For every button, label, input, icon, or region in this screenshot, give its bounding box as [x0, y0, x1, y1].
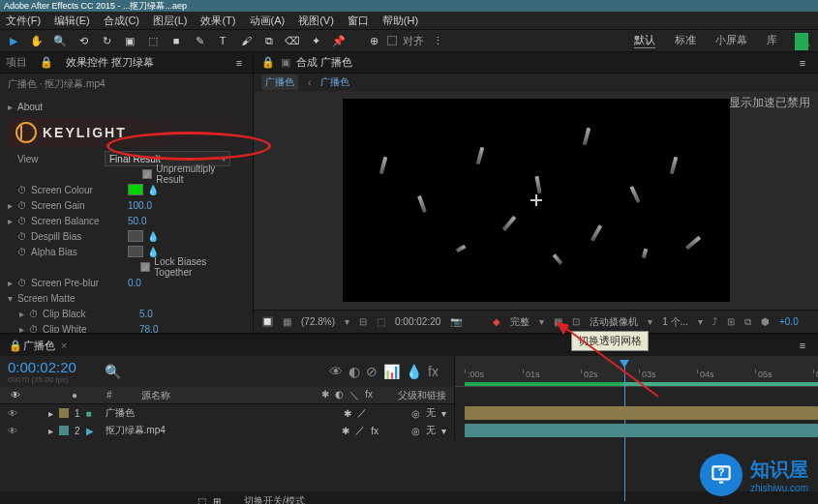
3d-icon[interactable]: ⬢: [761, 316, 770, 327]
menu-effect[interactable]: 效果(T): [200, 14, 235, 28]
layer-row[interactable]: 👁 ▸ 2 ▶ 抠刀绿幕.mp4 ✱／fx ◎ 无 ▾: [0, 422, 818, 439]
workspace-library[interactable]: 库: [767, 33, 777, 48]
eyedropper-icon[interactable]: 💧: [147, 231, 161, 242]
motion-blur-icon[interactable]: ⊘: [366, 364, 378, 379]
stopwatch-icon[interactable]: ⏱: [17, 200, 29, 211]
composition-viewer[interactable]: 显示加速已禁用: [254, 91, 818, 310]
panel-menu-icon[interactable]: ≡: [795, 338, 810, 353]
timeline-icon[interactable]: ⧉: [744, 316, 751, 328]
screen-preblur-value[interactable]: 0.0: [128, 278, 141, 288]
tab-effect-controls[interactable]: 效果控件 抠刀绿幕: [66, 55, 154, 70]
blur-icon[interactable]: 💧: [406, 364, 422, 379]
channel-icon[interactable]: ◆: [493, 316, 500, 327]
roto-tool-icon[interactable]: ✦: [308, 33, 323, 48]
eyedropper-icon[interactable]: 💧: [147, 185, 161, 195]
eye-icon[interactable]: 👁: [8, 426, 17, 436]
quality-dropdown[interactable]: 完整: [510, 315, 530, 329]
workspace-default[interactable]: 默认: [634, 33, 655, 48]
magnify-icon[interactable]: 🔲: [261, 316, 273, 327]
current-time[interactable]: 0:00:02:20: [8, 359, 76, 375]
clip-black-value[interactable]: 5.0: [139, 309, 153, 319]
rotation-tool-icon[interactable]: ↻: [99, 33, 114, 48]
hand-tool-icon[interactable]: ✋: [29, 33, 45, 48]
snap-checkbox[interactable]: [387, 36, 397, 45]
panel-menu-icon[interactable]: ≡: [795, 55, 810, 71]
lock-icon[interactable]: 🔒: [261, 56, 275, 69]
layer-clip[interactable]: [465, 424, 818, 437]
lock-icon[interactable]: 🔒: [8, 338, 23, 353]
snapshot-icon[interactable]: 📷: [450, 316, 462, 327]
screen-gain-value[interactable]: 100.0: [128, 200, 152, 211]
mask-toggle-icon[interactable]: ⬚: [377, 316, 385, 327]
zoom-tool-icon[interactable]: 🔍: [52, 33, 68, 48]
selection-tool-icon[interactable]: ▶: [6, 33, 21, 48]
toggle-switches-icon[interactable]: ⬚: [194, 493, 209, 504]
menu-window[interactable]: 窗口: [348, 14, 369, 28]
comp-nav-item[interactable]: 广播色: [320, 75, 349, 89]
viewer-timecode[interactable]: 0:00:02:20: [395, 316, 440, 327]
lock-icon[interactable]: 🔒: [39, 55, 54, 71]
brush-tool-icon[interactable]: 🖌: [238, 33, 254, 48]
eraser-tool-icon[interactable]: ⌫: [285, 33, 300, 48]
blend-icon[interactable]: ◐: [348, 364, 360, 379]
source-name-col[interactable]: 源名称: [141, 389, 170, 402]
transparency-grid-icon[interactable]: ▦: [554, 316, 562, 327]
expand-icon[interactable]: ▾: [8, 293, 17, 304]
menu-file[interactable]: 文件(F): [6, 14, 41, 28]
layer-color-swatch[interactable]: [59, 426, 69, 435]
shy-icon[interactable]: 👁: [329, 364, 343, 379]
toggle-switches-label[interactable]: 切换开关/模式: [244, 494, 305, 504]
menu-animation[interactable]: 动画(A): [250, 14, 286, 28]
camera-tool-icon[interactable]: ▣: [122, 33, 137, 48]
parent-dropdown[interactable]: 无: [426, 424, 436, 437]
puppet-tool-icon[interactable]: 📌: [331, 33, 347, 48]
close-tab-icon[interactable]: ×: [61, 340, 67, 351]
orbit-tool-icon[interactable]: ⟲: [76, 33, 91, 48]
stamp-tool-icon[interactable]: ⧉: [261, 33, 277, 48]
layer-row[interactable]: 👁 ▸ 1 ■ 广播色 ✱／ ◎ 无 ▾: [0, 404, 818, 422]
menu-help[interactable]: 帮助(H): [382, 14, 418, 28]
clip-white-value[interactable]: 78.0: [139, 324, 158, 334]
views-dropdown[interactable]: 1 个...: [662, 315, 688, 329]
alpha-swatch[interactable]: [128, 246, 143, 257]
panbehind-tool-icon[interactable]: ⬚: [145, 33, 161, 48]
expand-icon[interactable]: ▸: [8, 200, 17, 211]
layer-name[interactable]: 抠刀绿幕.mp4: [106, 424, 166, 437]
comp-tab[interactable]: 合成 广播色: [296, 55, 352, 70]
share-icon[interactable]: ⤴: [712, 316, 717, 327]
workspace-small[interactable]: 小屏幕: [715, 33, 747, 48]
timeline-tab[interactable]: 广播色: [23, 339, 55, 353]
comp-nav-item[interactable]: 广播色: [261, 74, 298, 90]
time-ruler[interactable]: :00s 01s 02s 03s 04s 05s 06s: [455, 356, 818, 387]
parent-dropdown[interactable]: 无: [426, 406, 436, 420]
lock-biases-checkbox[interactable]: ✓: [140, 262, 150, 272]
layer-clip[interactable]: [465, 406, 818, 420]
screen-balance-value[interactable]: 50.0: [128, 216, 146, 226]
fx-icon[interactable]: fx: [428, 364, 439, 379]
grid-icon[interactable]: ▦: [283, 316, 291, 327]
graph-icon[interactable]: 📊: [383, 364, 400, 379]
despill-swatch[interactable]: [128, 230, 143, 242]
unpremult-checkbox[interactable]: ✓: [142, 169, 152, 179]
menu-edit[interactable]: 编辑(E): [54, 14, 90, 28]
exposure-value[interactable]: +0.0: [779, 316, 799, 327]
resolution-icon[interactable]: ⊟: [359, 316, 367, 327]
camera-dropdown[interactable]: 活动摄像机: [590, 315, 638, 329]
layer-name[interactable]: 广播色: [106, 406, 135, 420]
search-icon[interactable]: 🔍: [106, 364, 121, 379]
layer-color-swatch[interactable]: [59, 408, 69, 418]
adjust-icon[interactable]: ⊞: [727, 316, 735, 327]
snap-options-icon[interactable]: ⋮: [430, 33, 445, 48]
tab-project[interactable]: 项目: [6, 55, 27, 70]
menu-view[interactable]: 视图(V): [298, 14, 334, 28]
roi-icon[interactable]: ⊡: [572, 316, 580, 327]
screen-colour-swatch[interactable]: [128, 184, 143, 195]
pen-tool-icon[interactable]: ✎: [192, 33, 207, 48]
eye-icon[interactable]: 👁: [8, 408, 17, 419]
text-tool-icon[interactable]: T: [215, 33, 230, 48]
workspace-standard[interactable]: 标准: [675, 33, 696, 48]
menu-composition[interactable]: 合成(C): [104, 14, 139, 28]
collapse-icon[interactable]: ▸: [8, 102, 17, 112]
stopwatch-icon[interactable]: ⏱: [17, 185, 29, 195]
menu-layer[interactable]: 图层(L): [153, 14, 187, 28]
